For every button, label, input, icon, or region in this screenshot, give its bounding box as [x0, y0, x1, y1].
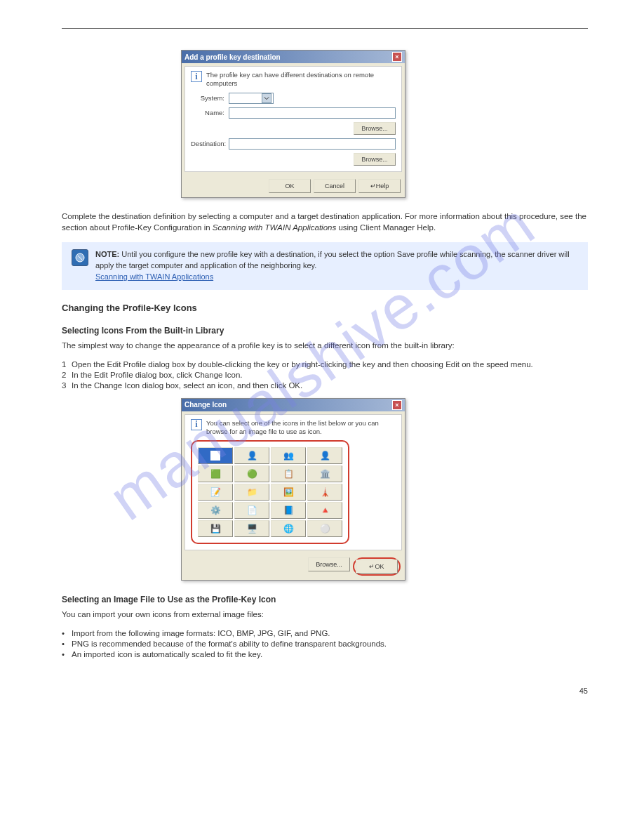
dialog-titlebar: Add a profile key destination ×: [182, 51, 405, 63]
name-label: Name:: [191, 109, 224, 117]
icon-option[interactable]: 📁: [234, 484, 269, 501]
icon-option[interactable]: 💾: [198, 520, 233, 537]
para-import: You can import your own icons from exter…: [62, 609, 588, 621]
bullet-3: An imported icon is automatically scaled…: [72, 650, 262, 658]
dialog-title: Add a profile key destination: [185, 53, 392, 61]
para-builtin: The simplest way to change the appearanc…: [62, 340, 588, 352]
system-select[interactable]: [229, 93, 274, 104]
close-icon[interactable]: ×: [392, 400, 402, 410]
cancel-button[interactable]: Cancel: [314, 179, 356, 193]
info-icon: i: [191, 419, 202, 430]
bullet-1: Import from the following image formats:…: [72, 629, 330, 637]
system-label: System:: [191, 94, 224, 102]
destination-label: Destination:: [191, 140, 224, 147]
icon-grid-highlight: 👤 👥 👤 🟩 🟢 📋 🏛️ 📝 📁 🖼️ 🗼 ⚙️ 📄 📘: [191, 440, 349, 544]
icon-option[interactable]: 👤: [234, 447, 269, 464]
help-button[interactable]: ↵ Help: [358, 179, 401, 193]
step-num-2: 2: [62, 371, 66, 379]
note-box: NOTE: Until you configure the new profil…: [62, 242, 588, 290]
dialog-info-text: The profile key can have different desti…: [206, 71, 396, 88]
icon-option[interactable]: 🖼️: [271, 484, 306, 501]
destination-input[interactable]: [229, 138, 396, 150]
step-1: Open the Edit Profile dialog box by doub…: [72, 360, 533, 369]
icon-option[interactable]: 🖥️: [234, 520, 269, 537]
page-number: 45: [62, 687, 588, 695]
icon-option[interactable]: 📘: [271, 502, 306, 519]
icon-option[interactable]: 👥: [271, 447, 306, 464]
icon-option[interactable]: 🗼: [307, 484, 342, 501]
dialog2-title: Change Icon: [185, 401, 392, 409]
bullet-2: PNG is recommended because of the format…: [72, 640, 387, 648]
icon-option[interactable]: 📋: [271, 465, 306, 482]
icon-option[interactable]: 📄: [234, 502, 269, 519]
icon-grid: 👤 👥 👤 🟩 🟢 📋 🏛️ 📝 📁 🖼️ 🗼 ⚙️ 📄 📘: [194, 443, 347, 541]
ok-button[interactable]: ↵ OK: [356, 560, 398, 574]
icon-option[interactable]: ⚪: [307, 520, 342, 537]
icon-option[interactable]: 🟢: [234, 465, 269, 482]
change-icon-dialog: Change Icon × i You can select one of th…: [181, 398, 405, 581]
add-profile-key-dialog: Add a profile key destination × i The pr…: [181, 50, 405, 198]
icon-option[interactable]: 🌐: [271, 520, 306, 537]
note-icon: [72, 249, 88, 266]
icon-option[interactable]: 👤: [307, 447, 342, 464]
close-icon[interactable]: ×: [392, 52, 402, 62]
heading-select-image: Selecting an Image File to Use as the Pr…: [62, 595, 588, 604]
dialog2-titlebar: Change Icon ×: [182, 399, 405, 411]
heading-change-icons: Changing the Profile-Key Icons: [62, 303, 588, 313]
name-input[interactable]: [229, 107, 396, 119]
paragraph-dest: Complete the destination definition by s…: [62, 211, 588, 234]
icon-option-selected[interactable]: [198, 447, 233, 464]
browse-button-2[interactable]: Browse...: [354, 153, 396, 166]
browse-button[interactable]: Browse...: [354, 122, 396, 135]
ok-button[interactable]: OK: [269, 179, 311, 193]
step-2: In the Edit Profile dialog box, click Ch…: [72, 371, 243, 379]
top-rule: [62, 28, 588, 29]
note-link[interactable]: Scanning with TWAIN Applications: [95, 272, 213, 281]
icon-option[interactable]: 🏛️: [307, 465, 342, 482]
step-num-3: 3: [62, 381, 66, 390]
icon-option[interactable]: ⚙️: [198, 502, 233, 519]
note-title: NOTE:: [95, 250, 121, 258]
step-num-1: 1: [62, 360, 66, 369]
browse-button[interactable]: Browse...: [308, 557, 350, 571]
icon-option[interactable]: 📝: [198, 484, 233, 501]
info-icon: i: [191, 71, 202, 82]
step-3: In the Change Icon dialog box, select an…: [72, 381, 302, 390]
note-text: Until you configure the new profile key …: [95, 250, 570, 270]
heading-builtin: Selecting Icons From the Built-in Librar…: [62, 326, 588, 336]
icon-option[interactable]: 🟩: [198, 465, 233, 482]
ok-highlight: ↵ OK: [353, 557, 401, 576]
icon-option[interactable]: 🔺: [307, 502, 342, 519]
dialog2-info: You can select one of the icons in the l…: [206, 419, 396, 437]
